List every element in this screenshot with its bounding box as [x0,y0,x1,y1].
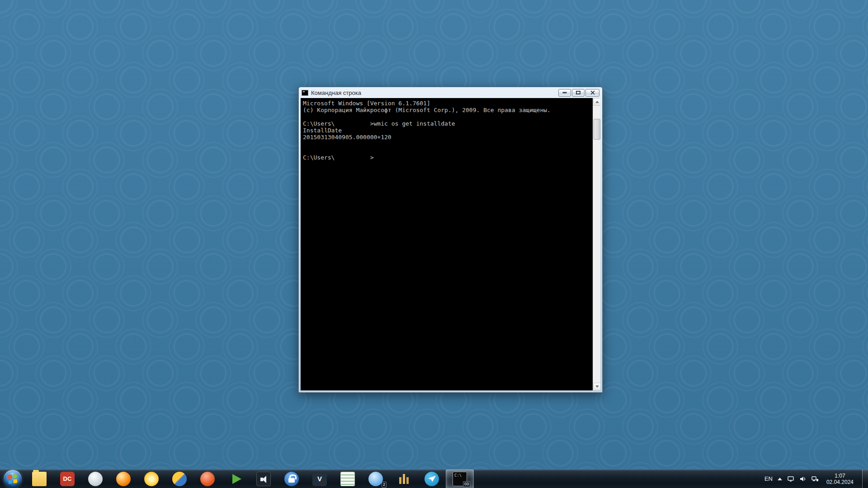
sun-media-icon [144,472,159,486]
gray-app-icon [88,472,103,486]
clock[interactable]: 1:07 02.04.2024 [824,473,856,485]
taskbar-item-notes-app[interactable] [334,469,362,488]
v-app-icon: V [312,472,327,486]
clock-date: 02.04.2024 [826,479,854,485]
telegram-icon [425,472,439,486]
window-controls [558,89,599,97]
green-player-icon [232,474,241,484]
badge-app-icon [368,472,383,486]
taskbar-item-equalizer-app[interactable] [390,469,418,488]
taskbar: DCV2C:\03 EN 1:07 02.04.2024 [0,469,868,488]
taskbar-item-green-player[interactable] [222,469,250,488]
cmd-window-icon[interactable] [302,90,308,96]
minimize-button[interactable] [558,89,571,97]
equalizer-app-icon [396,472,411,486]
taskbar-item-explorer[interactable] [25,469,53,488]
taskbar-item-badge-app[interactable]: 2 [362,469,390,488]
firefox-icon [116,472,131,486]
taskbar-item-v-app[interactable]: V [306,469,334,488]
taskbar-item-lock-app[interactable] [278,469,306,488]
taskbar-item-red-orb-app[interactable] [193,469,222,488]
explorer-icon [32,472,47,486]
taskbar-buttons: DCV2C:\03 [25,469,474,488]
taskbar-item-firefox[interactable] [109,469,137,488]
scrollbar-track[interactable] [593,98,600,390]
blue-orange-app-icon [172,472,187,486]
close-button[interactable] [585,89,599,97]
window-titlebar[interactable]: Командная строка [299,87,602,98]
system-tray: EN 1:07 02.04.2024 [764,469,868,488]
taskbar-item-blue-orange-app[interactable] [165,469,193,488]
media-player-icon [256,472,271,486]
start-button[interactable] [4,470,22,488]
window-title: Командная строка [311,89,361,96]
maximize-button[interactable] [572,89,585,97]
cmd-window: Командная строка Microsoft Windows [Vers… [298,87,603,393]
volume-icon[interactable] [799,475,807,483]
language-indicator[interactable]: EN [764,475,773,482]
taskbar-item-cmd[interactable]: C:\03 [446,469,474,488]
scrollbar-down-button[interactable] [593,383,600,390]
taskbar-badge: 03 [463,481,470,487]
display-icon[interactable] [787,475,794,483]
notes-app-icon [340,472,355,486]
taskbar-item-media-player[interactable] [250,469,278,488]
lock-app-icon [284,472,299,486]
windows-flag-icon [3,469,23,488]
taskbar-item-telegram[interactable] [418,469,446,488]
scrollbar-thumb[interactable] [594,119,600,140]
clock-time: 1:07 [826,473,854,479]
red-orb-app-icon [200,472,215,486]
scrollbar-up-button[interactable] [593,98,600,106]
hidden-icons-chevron-icon[interactable] [778,478,782,480]
console-text: Microsoft Windows [Version 6.1.7601] (c)… [303,100,591,161]
show-desktop-button[interactable] [862,469,868,488]
network-icon[interactable] [811,475,819,483]
taskbar-item-dc-client[interactable]: DC [53,469,81,488]
taskbar-item-sun-media[interactable] [137,469,165,488]
console-area[interactable]: Microsoft Windows [Version 6.1.7601] (c)… [301,98,600,390]
taskbar-badge: 2 [382,482,387,488]
minimize-icon [563,92,567,94]
dc-client-icon: DC [60,472,75,486]
taskbar-item-gray-app[interactable] [81,469,109,488]
maximize-icon [576,91,580,94]
